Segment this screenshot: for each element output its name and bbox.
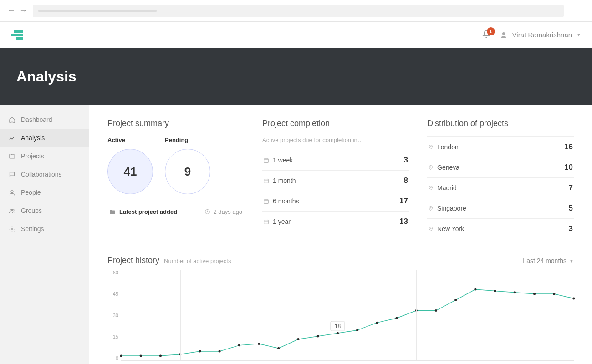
distribution-label: Madrid [437,184,457,192]
person-icon [8,189,15,196]
pending-label: Pending [165,136,188,143]
sidebar-item-label: People [21,189,41,196]
page-hero: Analysis [0,48,592,105]
svg-rect-6 [264,158,269,162]
sidebar-item-settings[interactable]: Settings [0,220,89,238]
completion-value: 8 [404,176,408,185]
svg-point-2 [10,209,12,211]
svg-point-24 [297,338,299,340]
time-range-selector[interactable]: Last 24 months ▼ [523,257,574,264]
browser-chrome: ← → ⋮ [0,0,592,22]
notification-badge: 1 [487,27,495,35]
browser-menu-icon[interactable]: ⋮ [569,6,585,16]
completion-value: 13 [399,217,408,226]
svg-point-17 [159,355,162,357]
latest-project-time: 2 days ago [213,208,242,215]
user-menu[interactable]: Virat Ramakrishnan ▼ [500,31,581,39]
svg-rect-8 [264,199,269,203]
distribution-value: 5 [569,204,573,213]
sidebar-item-label: Analysis [21,134,45,142]
section-title: Project completion [262,119,409,128]
svg-point-15 [120,355,122,357]
section-title: Project summary [107,119,244,128]
completion-label: 1 month [273,177,296,184]
sidebar-item-label: Dashboard [21,116,52,123]
pending-count: 9 [165,149,210,194]
svg-point-37 [553,293,555,295]
page-title: Analysis [16,68,576,85]
app-logo[interactable] [11,30,23,40]
svg-point-25 [317,335,319,337]
active-label: Active [107,136,125,143]
y-tick: 30 [107,313,118,318]
pin-icon [428,185,434,191]
distribution-label: London [437,143,459,151]
svg-point-12 [430,187,431,188]
sidebar-item-groups[interactable]: Groups [0,202,89,220]
svg-point-13 [430,207,431,208]
nav-back-icon[interactable]: ← [7,6,15,15]
svg-point-34 [494,290,496,292]
avatar-icon [500,31,508,39]
distribution-value: 10 [564,163,573,172]
sidebar-item-dashboard[interactable]: Dashboard [0,111,89,129]
svg-point-23 [277,347,280,349]
svg-point-27 [356,329,358,331]
completion-row[interactable]: 6 months17 [262,191,409,211]
y-tick: 0 [107,355,118,361]
project-completion-section: Project completion Active projects due f… [262,119,409,239]
pin-icon [428,164,434,171]
completion-label: 1 year [273,218,291,225]
pin-icon [428,226,434,232]
distribution-label: New York [437,225,464,233]
pin-icon [428,144,434,150]
year-divider [416,270,417,360]
project-history-section: Project history Number of active project… [107,256,574,364]
distribution-label: Singapore [437,205,466,212]
url-bar[interactable] [33,5,564,17]
y-tick: 15 [107,334,118,339]
chart-tooltip: 18 [331,321,345,331]
distribution-row[interactable]: Madrid7 [427,177,574,198]
distribution-row[interactable]: Geneva10 [427,157,574,177]
sidebar-item-people[interactable]: People [0,183,89,202]
svg-point-14 [430,228,431,229]
svg-point-20 [219,350,221,353]
svg-point-26 [337,332,339,334]
completion-subtitle: Active projects due for completion in… [262,136,409,143]
sidebar-item-analysis[interactable]: Analysis [0,129,89,147]
nav-forward-icon[interactable]: → [19,6,27,15]
distribution-row[interactable]: Singapore5 [427,198,574,218]
distribution-row[interactable]: New York3 [427,218,574,239]
distribution-label: Geneva [437,164,459,171]
completion-row[interactable]: 1 week3 [262,150,409,170]
notifications-button[interactable]: 1 [482,30,490,40]
svg-point-22 [258,343,260,345]
sidebar-item-label: Collaborations [21,171,62,178]
topbar: 1 Virat Ramakrishnan ▼ [0,22,592,48]
y-tick: 60 [107,270,118,275]
main-content: Project summary Active 41 Pending 9 Late… [89,105,592,364]
calendar-icon [263,219,269,225]
latest-project-row[interactable]: Latest project added 2 days ago [107,202,244,222]
svg-point-38 [572,297,575,299]
distribution-row[interactable]: London16 [427,136,574,157]
sidebar-item-label: Projects [21,152,44,160]
calendar-icon [263,178,269,184]
completion-row[interactable]: 1 month8 [262,170,409,191]
sidebar-item-projects[interactable]: Projects [0,147,89,165]
svg-point-11 [430,167,431,167]
completion-row[interactable]: 1 year13 [262,211,409,232]
distribution-value: 3 [569,224,573,233]
chevron-down-icon: ▼ [569,258,574,263]
gear-icon [8,226,15,233]
distribution-section: Distribution of projects London16Geneva1… [427,119,574,239]
sidebar-item-collaborations[interactable]: Collaborations [0,165,89,183]
svg-point-16 [140,355,142,357]
section-title: Project history [107,256,159,265]
svg-point-10 [430,146,431,147]
distribution-value: 7 [569,183,573,192]
time-range-label: Last 24 months [523,257,566,264]
history-subtitle: Number of active projects [164,258,231,264]
svg-point-35 [514,291,516,293]
